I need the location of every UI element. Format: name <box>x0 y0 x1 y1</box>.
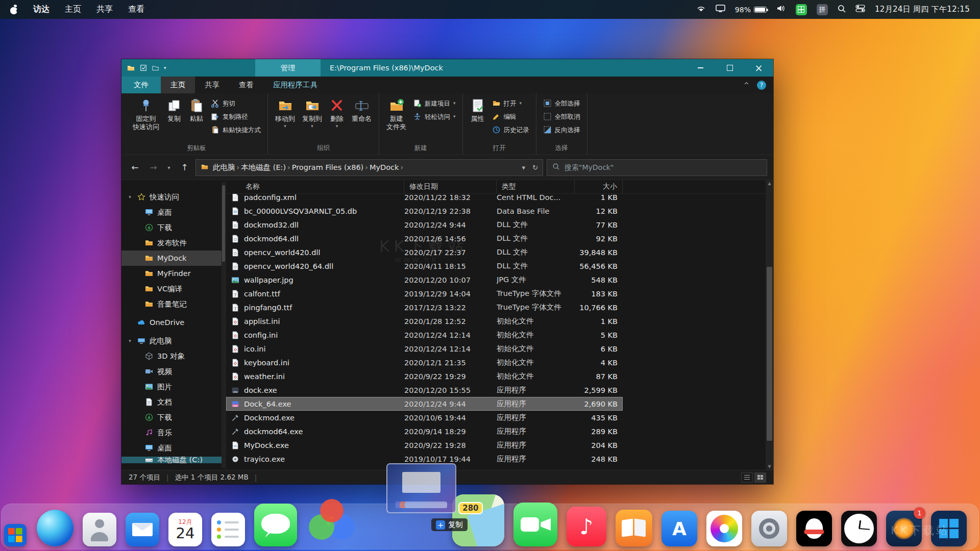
spotlight-search-icon[interactable] <box>838 5 846 15</box>
sidebar-scrollbar[interactable] <box>222 182 226 468</box>
menubar-datetime[interactable]: 12月24日 周四 下午12:15 <box>875 5 970 14</box>
sidebar-item-0-6[interactable]: 音量笔记 <box>121 296 226 312</box>
file-row-7[interactable]: Tcalfont.ttf2019/12/29 14:04TrueType 字体文… <box>226 287 623 300</box>
file-row-4[interactable]: opencv_world420.dll2020/2/17 22:37DLL 文件… <box>226 245 623 259</box>
dock-icon-photos[interactable] <box>706 511 742 546</box>
address-breadcrumb-box[interactable]: 此电脑›本地磁盘 (E:)›Program Files (x86)›MyDock… <box>195 159 543 176</box>
tab-3[interactable]: 应用程序工具 <box>263 77 327 93</box>
dock-icon-launchpad[interactable] <box>4 524 27 546</box>
ribbon-button-3-0[interactable]: 属性 <box>467 96 489 125</box>
breadcrumb-segment-3[interactable]: MyDock <box>368 163 401 171</box>
address-dropdown-icon[interactable]: ▾ <box>522 164 526 171</box>
dock-icon-contacts[interactable] <box>83 513 116 546</box>
sidebar-item-2-0[interactable]: 3D 对象 <box>121 348 226 364</box>
dock-icon-qq[interactable] <box>796 511 832 546</box>
dock-icon-colorsync[interactable] <box>306 495 357 546</box>
file-row-5[interactable]: opencv_world420_64.dll2020/4/11 18:15DLL… <box>226 259 623 273</box>
thumbnails-view-icon[interactable] <box>754 472 766 483</box>
menubar-item-0[interactable]: 访达 <box>33 4 50 15</box>
sidebar-scrollbar-thumb[interactable] <box>222 185 225 262</box>
up-button[interactable]: ↑ <box>177 160 192 175</box>
list-scrollbar-thumb[interactable] <box>767 267 772 441</box>
menubar-item-3[interactable]: 查看 <box>128 4 144 15</box>
dock-icon-music[interactable]: ♪ <box>567 507 606 546</box>
sidebar-item-0-4[interactable]: MyFinder <box>121 266 226 281</box>
column-header-1[interactable]: 修改日期 <box>404 180 497 193</box>
close-button[interactable]: × <box>744 59 773 77</box>
sidebar-item-0-1[interactable]: 下载 <box>121 220 226 235</box>
file-row-11[interactable]: ico.ini2020/12/24 12:14初始化文件6 KB <box>226 342 623 356</box>
dock-icon-books[interactable] <box>616 510 652 546</box>
sidebar-item-0-0[interactable]: 桌面 <box>121 205 226 220</box>
sidebar-item-2-3[interactable]: 文档 <box>121 394 226 410</box>
file-row-15[interactable]: Dock_64.exe2020/12/24 9:44应用程序2,690 KB <box>226 397 623 411</box>
file-row-12[interactable]: keyboard.ini2020/12/1 21:35初始化文件4 KB <box>226 356 623 369</box>
sidebar-item-2-6[interactable]: 桌面 <box>121 440 226 456</box>
sidebar-item-0-5[interactable]: VC编译 <box>121 281 226 296</box>
file-row-17[interactable]: dockmod64.exe2020/9/14 18:29应用程序289 KB <box>226 424 623 438</box>
file-row-13[interactable]: weather.ini2020/9/22 19:29初始化文件87 KB <box>226 369 623 383</box>
dock-icon-appstore[interactable]: A <box>662 511 697 546</box>
ribbon-button-1-1[interactable]: 复制到▾ <box>299 96 326 131</box>
ribbon-button-4-2[interactable]: 反向选择 <box>540 124 583 136</box>
search-box[interactable] <box>547 159 767 176</box>
file-row-18[interactable]: MyDock.exe2020/9/22 19:28应用程序204 KB <box>226 438 623 452</box>
new-folder-qat-icon[interactable] <box>152 65 159 71</box>
dock-icon-weather[interactable]: 1 <box>886 511 922 546</box>
sidebar-section-0[interactable]: ▾快速访问 <box>121 189 226 205</box>
back-button[interactable]: ← <box>128 160 142 175</box>
sidebar-section-2[interactable]: ▾此电脑 <box>121 333 226 348</box>
apple-menu-icon[interactable] <box>10 5 18 14</box>
file-row-9[interactable]: applist.ini2020/1/28 12:52初始化文件1 KB <box>226 314 623 328</box>
qat-dropdown-icon[interactable]: ▾ <box>164 65 166 70</box>
volume-icon[interactable] <box>776 5 786 14</box>
control-center-icon[interactable] <box>855 5 865 14</box>
ribbon-button-3-3[interactable]: 历史记录 <box>489 124 532 136</box>
sidebar-item-2-1[interactable]: 视频 <box>121 364 226 379</box>
dock-icon-windows[interactable] <box>931 511 967 546</box>
help-icon[interactable]: ? <box>757 81 766 90</box>
sidebar-item-2-7[interactable]: 本地磁盘 (C:) <box>121 457 226 463</box>
file-row-10[interactable]: config.ini2020/12/24 12:14初始化文件5 KB <box>226 328 623 342</box>
ribbon-button-3-1[interactable]: 打开▾ <box>489 97 532 109</box>
ribbon-button-1-3[interactable]: 重命名 <box>348 96 375 125</box>
display-mirroring-icon[interactable] <box>716 5 725 14</box>
ribbon-button-1-2[interactable]: 删除▾ <box>326 96 348 131</box>
sidebar-section-1[interactable]: OneDrive <box>121 315 226 330</box>
dock-icon-facetime[interactable] <box>513 503 557 546</box>
maximize-button[interactable] <box>715 59 744 77</box>
file-row-14[interactable]: dock.exe2020/12/20 15:55应用程序2,599 KB <box>226 383 623 397</box>
dock-icon-mail[interactable] <box>126 513 159 546</box>
ribbon-button-2-1[interactable]: 新建项目▾ <box>410 97 459 109</box>
column-header-2[interactable]: 类型 <box>497 180 575 193</box>
breadcrumb-segment-0[interactable]: 此电脑 <box>211 163 237 172</box>
ribbon-button-2-0[interactable]: 新建文件夹 <box>383 96 410 133</box>
file-row-6[interactable]: wallpaper.jpg2020/12/20 10:07JPG 文件548 K… <box>226 273 623 287</box>
dock-icon-reminders[interactable] <box>211 513 245 546</box>
search-input[interactable] <box>565 163 762 171</box>
manage-contextual-tab[interactable]: 管理 <box>255 59 321 77</box>
sidebar-item-2-4[interactable]: 下载 <box>121 410 226 425</box>
file-row-16[interactable]: Dockmod.exe2020/10/6 19:44应用程序435 KB <box>226 411 623 424</box>
sidebar-item-0-3[interactable]: MyDock <box>121 251 226 266</box>
ime-grid-icon[interactable] <box>796 4 807 15</box>
scroll-up-icon[interactable]: ▲ <box>766 181 773 186</box>
file-row-8[interactable]: Tpingfang0.ttf2017/12/3 13:22TrueType 字体… <box>226 300 623 314</box>
tab-1[interactable]: 共享 <box>195 77 229 93</box>
refresh-icon[interactable]: ↻ <box>532 164 538 171</box>
details-view-icon[interactable] <box>741 472 753 483</box>
ribbon-button-0-4[interactable]: 复制路径 <box>208 111 264 122</box>
dock-icon-edge[interactable] <box>37 510 74 546</box>
breadcrumb-segment-2[interactable]: Program Files (x86) <box>290 163 365 171</box>
properties-qat-icon[interactable] <box>140 64 147 71</box>
ribbon-button-0-1[interactable]: 复制 <box>163 96 185 125</box>
scroll-down-icon[interactable]: ▼ <box>766 464 773 469</box>
ribbon-button-0-3[interactable]: 剪切 <box>208 97 264 109</box>
minimize-button[interactable] <box>686 59 715 77</box>
ribbon-button-0-5[interactable]: 粘贴快捷方式 <box>208 124 264 136</box>
ribbon-button-0-0[interactable]: 固定到快速访问 <box>129 96 163 133</box>
tab-2[interactable]: 查看 <box>229 77 263 93</box>
ribbon-button-3-2[interactable]: 编辑 <box>489 111 532 122</box>
ribbon-button-4-0[interactable]: 全部选择 <box>540 97 583 109</box>
list-scrollbar[interactable]: ▲ ▼ <box>766 180 773 470</box>
